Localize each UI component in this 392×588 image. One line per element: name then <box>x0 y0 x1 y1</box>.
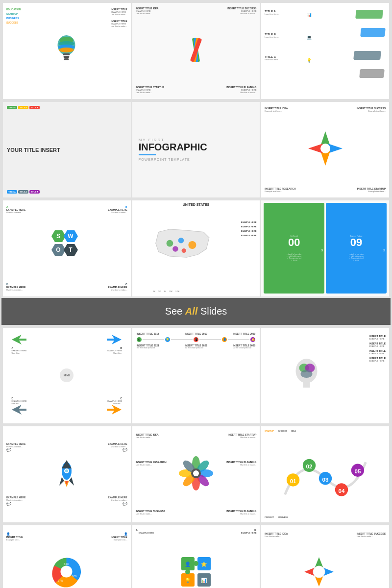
svg-marker-30 <box>12 335 26 344</box>
svg-point-25 <box>167 240 173 246</box>
svg-marker-32 <box>12 405 26 415</box>
mind-center: MIND <box>64 374 70 377</box>
svg-point-27 <box>189 241 196 249</box>
slide-mind[interactable]: MIND A EXAMPLE HERE Use this... <box>3 328 131 424</box>
slide-puzzle-abcd[interactable]: 👤 ⭐ 💡 📊 A B D C EXAMPLE HE <box>132 525 260 588</box>
svg-point-7 <box>59 48 74 52</box>
svg-marker-31 <box>107 335 122 344</box>
slide-us-map[interactable]: UNITED STATES <box>132 200 260 296</box>
svg-text:02: 02 <box>306 464 312 469</box>
slide-lightbulb[interactable]: EDUCATION STARTUP BUSINESS SUCCESS <box>3 3 131 99</box>
svg-rect-3 <box>64 58 69 60</box>
stat-suffix2: s <box>383 248 385 252</box>
svg-text:💡: 💡 <box>185 577 191 584</box>
slides-container: EDUCATION STARTUP BUSINESS SUCCESS <box>0 0 392 588</box>
svg-rect-35 <box>303 382 310 388</box>
svg-marker-40 <box>62 460 72 468</box>
svg-point-16 <box>320 144 330 153</box>
slide-pencils[interactable]: INSERT TITLE IDEA EXAMPLE HERE Use this … <box>132 3 260 99</box>
stat-num2: 09 <box>350 237 362 248</box>
slide-rocket[interactable]: EXAMPLE HERE Use this to make... 💬 EXAMP… <box>3 426 131 522</box>
banner-highlight: All <box>185 306 198 317</box>
row-6: 34% 49% 17% 👤 INSERT TITLE <box>1 524 391 588</box>
row-3: S W O T <box>1 199 391 296</box>
slide-brain[interactable]: INSERT TITLE EXAMPLE HERE INSERT TITLE E… <box>261 328 389 424</box>
svg-point-86 <box>313 566 325 578</box>
svg-point-76 <box>194 561 198 566</box>
us-title: UNITED STATES <box>135 203 258 206</box>
svg-text:03: 03 <box>322 477 328 483</box>
slide-star-arrows[interactable]: INSERT TITLE IDEA Example text here... I… <box>261 102 389 198</box>
slide-timeline[interactable]: INSERT TITLE 2018 INSERT TITLE 2019 INSE… <box>132 328 260 424</box>
row-5: EXAMPLE HERE Use this to make... 💬 EXAMP… <box>1 425 391 522</box>
slide-your-title[interactable]: TITLE A TITLE A TITLE A YOUR TITLE INSER… <box>3 102 131 198</box>
svg-text:📊: 📊 <box>201 577 207 584</box>
svg-text:17%: 17% <box>58 579 64 582</box>
infographic-label: INFOGRAPHIC <box>139 142 254 152</box>
svg-point-56 <box>193 470 199 476</box>
svg-text:O: O <box>56 246 61 253</box>
your-title-text: YOUR TITLE INSERT <box>7 147 60 153</box>
banner-text: See All Slides <box>9 306 383 317</box>
svg-point-26 <box>178 238 184 243</box>
svg-text:W: W <box>68 233 74 240</box>
svg-point-38 <box>301 370 313 378</box>
row-1: EDUCATION STARTUP BUSINESS SUCCESS <box>1 1 391 99</box>
slide-star-colored[interactable]: INSERT TITLE SUCCESS Use this to make...… <box>261 525 389 588</box>
svg-marker-42 <box>69 477 74 486</box>
svg-point-28 <box>182 248 186 253</box>
slide-infographic-title[interactable]: MY FIRST INFOGRAPHIC POWERPOINT TEMPLATE <box>132 102 260 198</box>
svg-text:T: T <box>69 246 73 253</box>
slide-pie[interactable]: 34% 49% 17% 👤 INSERT TITLE <box>3 525 131 588</box>
svg-text:S: S <box>56 233 60 240</box>
svg-rect-1 <box>63 53 70 55</box>
svg-point-77 <box>185 569 190 574</box>
slide-petals[interactable]: INSERT TITLE IDEA Use this to make... IN… <box>132 426 260 522</box>
slide-stats[interactable]: Get Started 00 s ✓ Apply for free maker✓… <box>261 200 389 296</box>
svg-rect-2 <box>64 56 70 58</box>
svg-marker-33 <box>107 405 122 415</box>
see-all-banner: See All Slides <box>1 298 391 325</box>
svg-text:01: 01 <box>290 478 296 484</box>
svg-point-29 <box>172 246 178 251</box>
svg-text:👤: 👤 <box>185 561 191 567</box>
svg-text:⭐: ⭐ <box>201 561 207 567</box>
svg-point-44 <box>65 469 68 472</box>
stat-num1: 00 <box>288 237 300 248</box>
stat-suffix1: s <box>321 248 323 252</box>
main-container: EDUCATION STARTUP BUSINESS SUCCESS <box>0 0 392 588</box>
svg-marker-41 <box>59 477 64 486</box>
svg-text:49%: 49% <box>72 574 77 577</box>
svg-point-71 <box>61 566 73 578</box>
row-2: TITLE A TITLE A TITLE A YOUR TITLE INSER… <box>1 100 391 198</box>
svg-text:04: 04 <box>338 488 344 494</box>
svg-text:05: 05 <box>354 468 361 474</box>
slide-curved-path[interactable]: 01 02 03 04 05 <box>261 426 389 522</box>
slide-swot-hex[interactable]: S W O T <box>3 200 131 296</box>
slide-brushstrokes[interactable]: TITLE A Insert text here... TITLE B Inse… <box>261 3 389 99</box>
row-4: MIND A EXAMPLE HERE Use this... <box>1 326 391 424</box>
template-label: POWERPOINT TEMPLATE <box>139 158 254 161</box>
svg-text:34%: 34% <box>64 563 70 565</box>
